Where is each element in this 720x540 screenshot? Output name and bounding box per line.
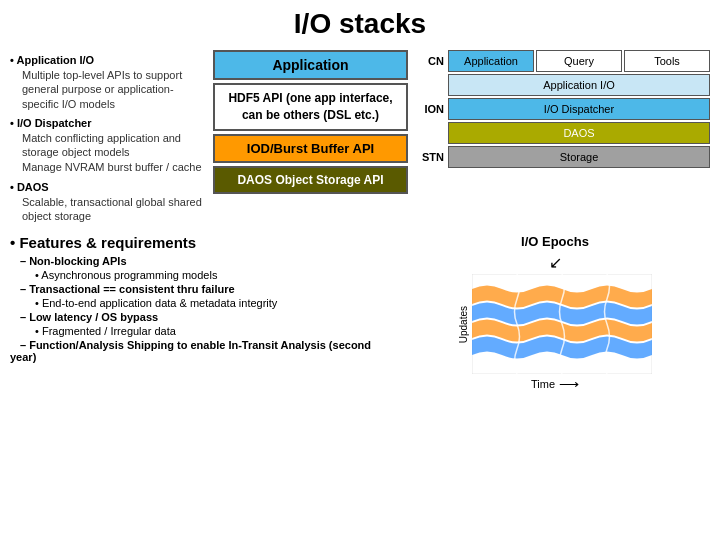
cn-appIO-row: Application I/O bbox=[416, 74, 710, 96]
features-panel: • Features & requirements – Non-blocking… bbox=[10, 234, 390, 392]
right-query: Query bbox=[536, 50, 622, 72]
feat-transactional: – Transactional == consistent thru failu… bbox=[10, 283, 390, 295]
epochs-svg bbox=[472, 274, 652, 374]
time-label: Time bbox=[531, 378, 555, 390]
ion-label: ION bbox=[416, 103, 444, 115]
page-title: I/O stacks bbox=[0, 0, 720, 40]
feat-async: • Asynchronous programming models bbox=[10, 269, 390, 281]
feat-function: – Function/Analysis Shipping to enable I… bbox=[10, 339, 390, 363]
epochs-arrow: ↙ bbox=[549, 253, 562, 272]
ion-daos-row: DAOS bbox=[416, 122, 710, 144]
stn-row: STN Storage bbox=[416, 146, 710, 168]
time-row: Time ⟶ bbox=[531, 376, 579, 392]
stack-iod: IOD/Burst Buffer API bbox=[213, 134, 408, 163]
bullet-app-io: • Application I/O bbox=[10, 54, 205, 66]
epochs-panel: I/O Epochs ↙ Updates bbox=[400, 234, 710, 392]
right-tools: Tools bbox=[624, 50, 710, 72]
feat-lowlatency: – Low latency / OS bypass bbox=[10, 311, 390, 323]
sub-daos-1: Scalable, transactional global shared ob… bbox=[10, 195, 205, 224]
time-arrow: ⟶ bbox=[559, 376, 579, 392]
right-application: Application bbox=[448, 50, 534, 72]
epochs-title: I/O Epochs bbox=[521, 234, 589, 249]
stack-hdf5: HDF5 API (one app interface, can be othe… bbox=[213, 83, 408, 131]
updates-label: Updates bbox=[458, 306, 469, 343]
sub-app-io-1: Multiple top-level APIs to support gener… bbox=[10, 68, 205, 111]
stack-application: Application bbox=[213, 50, 408, 80]
right-stack: CN Application Query Tools Application I… bbox=[416, 48, 710, 224]
stack-daos: DAOS Object Storage API bbox=[213, 166, 408, 194]
features-title: • Features & requirements bbox=[10, 234, 390, 251]
cn-label: CN bbox=[416, 55, 444, 67]
feat-fragmented: • Fragmented / Irregular data bbox=[10, 325, 390, 337]
bullet-io-dispatcher: • I/O Dispatcher bbox=[10, 117, 205, 129]
left-panel: • Application I/O Multiple top-level API… bbox=[10, 48, 205, 224]
right-iodisp: I/O Dispatcher bbox=[448, 98, 710, 120]
cn-row: CN Application Query Tools bbox=[416, 50, 710, 72]
bullet-daos: • DAOS bbox=[10, 181, 205, 193]
stn-label: STN bbox=[416, 151, 444, 163]
right-storage: Storage bbox=[448, 146, 710, 168]
right-daos: DAOS bbox=[448, 122, 710, 144]
middle-stack: Application HDF5 API (one app interface,… bbox=[213, 48, 408, 224]
feat-nonblocking: – Non-blocking APIs bbox=[10, 255, 390, 267]
sub-io-disp-2: Manage NVRAM burst buffer / cache bbox=[10, 160, 205, 174]
right-appIO: Application I/O bbox=[448, 74, 710, 96]
sub-io-disp-1: Match conflicting application and storag… bbox=[10, 131, 205, 160]
ion-row: ION I/O Dispatcher bbox=[416, 98, 710, 120]
feat-e2e: • End-to-end application data & metadata… bbox=[10, 297, 390, 309]
